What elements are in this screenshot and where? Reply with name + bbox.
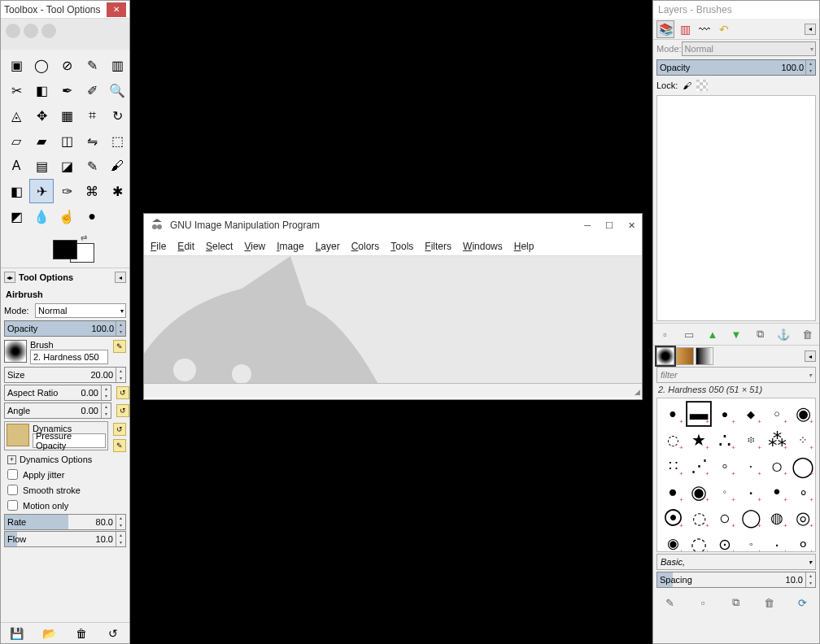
fuzzy-select-icon[interactable]: ✎ bbox=[80, 53, 104, 77]
rect-select-icon[interactable]: ▣ bbox=[4, 53, 28, 77]
refresh-brushes-icon[interactable]: ⟳ bbox=[796, 595, 810, 610]
brush-grid[interactable]: •+▬+●+◆+○+◉+◌+★+∴+፨+⁂+⁘+∷+⋰+◦+·+○+◯+●+◉+… bbox=[656, 398, 816, 552]
canvas-area[interactable] bbox=[144, 256, 642, 383]
brush-filter-input[interactable]: filter▾ bbox=[656, 367, 816, 383]
patterns-tab-icon[interactable] bbox=[676, 347, 694, 365]
opacity-spinner[interactable]: ▴▾ bbox=[116, 321, 125, 336]
brush-item[interactable]: ∴+ bbox=[713, 428, 737, 452]
flip-icon[interactable]: ⇋ bbox=[80, 128, 104, 153]
brush-item[interactable]: ○+ bbox=[713, 506, 737, 530]
brush-item[interactable]: ◉+ bbox=[791, 402, 815, 426]
brush-item[interactable]: ·+ bbox=[765, 532, 789, 552]
brush-item[interactable]: ⊙+ bbox=[713, 532, 737, 552]
new-brush-button-icon[interactable]: ▫ bbox=[696, 595, 710, 610]
crop-icon[interactable]: ⌗ bbox=[80, 103, 104, 128]
edit-brush-icon[interactable]: ✎ bbox=[113, 340, 126, 353]
maximize-button[interactable]: ☐ bbox=[605, 220, 613, 231]
scale-icon[interactable]: ▱ bbox=[4, 128, 28, 153]
blend-icon[interactable]: ◪ bbox=[55, 154, 79, 178]
zoom-icon[interactable]: 🔍 bbox=[105, 78, 129, 102]
brush-item[interactable]: ★+ bbox=[687, 428, 711, 452]
ellipse-select-icon[interactable]: ◯ bbox=[29, 53, 54, 77]
delete-layer-icon[interactable]: 🗑 bbox=[800, 327, 814, 342]
toolbox-titlebar[interactable]: Toolbox - Tool Options ✕ bbox=[1, 1, 129, 19]
paths-tab-icon[interactable]: 〰 bbox=[696, 20, 713, 38]
brushes-configure-icon[interactable]: ◂ bbox=[805, 350, 816, 362]
brush-item[interactable]: ◦+ bbox=[739, 532, 763, 552]
perspective-clone-icon[interactable]: ◩ bbox=[4, 204, 28, 228]
rotate-icon[interactable]: ↻ bbox=[105, 103, 129, 128]
reset-size-icon[interactable]: ↺ bbox=[116, 386, 129, 399]
blur-icon[interactable]: 💧 bbox=[29, 204, 54, 228]
brush-item[interactable]: ∘+ bbox=[791, 480, 815, 504]
apply-jitter-checkbox[interactable] bbox=[7, 469, 18, 480]
menu-layer[interactable]: Layer bbox=[316, 241, 340, 252]
layer-mode-select[interactable]: Normal▾ bbox=[682, 41, 816, 56]
menu-colors[interactable]: Colors bbox=[351, 241, 380, 252]
gradients-tab-icon[interactable] bbox=[696, 347, 713, 365]
bucket-icon[interactable]: ▤ bbox=[29, 154, 54, 178]
brush-item[interactable]: ●+ bbox=[713, 402, 737, 426]
brushes-tab-icon[interactable] bbox=[656, 347, 674, 365]
lock-alpha-icon[interactable] bbox=[696, 80, 708, 91]
edit-dynamics-icon[interactable]: ✎ bbox=[113, 439, 126, 452]
brush-item[interactable]: ⁂+ bbox=[765, 428, 789, 452]
measure-icon[interactable]: ◬ bbox=[4, 103, 28, 128]
brush-item[interactable]: ∷+ bbox=[661, 454, 685, 478]
brush-item[interactable]: ◌+ bbox=[661, 428, 685, 452]
dynamics-preview-icon[interactable] bbox=[7, 424, 29, 446]
brush-item[interactable]: •+ bbox=[765, 480, 789, 504]
text-icon[interactable]: A bbox=[4, 154, 28, 178]
size-input[interactable]: Size 20.00 ▴▾ bbox=[4, 367, 126, 383]
menu-view[interactable]: View bbox=[244, 241, 265, 252]
duplicate-layer-icon[interactable]: ⧉ bbox=[752, 327, 767, 342]
brush-item[interactable]: ⋰+ bbox=[687, 454, 711, 478]
dynamics-options-expander[interactable]: +Dynamics Options bbox=[1, 452, 129, 467]
brush-item[interactable]: ◌+ bbox=[687, 506, 711, 530]
swap-colors-icon[interactable]: ⇄ bbox=[81, 233, 87, 242]
ink-icon[interactable]: ✑ bbox=[55, 179, 79, 203]
spacing-input[interactable]: Spacing 10.0 ▴▾ bbox=[656, 572, 816, 588]
brush-item[interactable]: ◦+ bbox=[713, 480, 737, 504]
restore-options-icon[interactable]: 📂 bbox=[41, 626, 56, 641]
delete-brush-icon[interactable]: 🗑 bbox=[762, 595, 777, 610]
brush-item[interactable]: ●+ bbox=[661, 480, 685, 504]
color-select-icon[interactable]: ▥ bbox=[105, 53, 129, 77]
channels-tab-icon[interactable]: ▥ bbox=[676, 20, 694, 38]
paths-icon[interactable]: ✒ bbox=[55, 78, 79, 102]
brush-item[interactable]: ⦿+ bbox=[661, 506, 685, 530]
raise-layer-icon[interactable]: ▲ bbox=[705, 327, 720, 342]
brush-name-box[interactable]: 2. Hardness 050 bbox=[30, 350, 108, 364]
layer-opacity-slider[interactable]: Opacity 100.0 ▴▾ bbox=[656, 59, 816, 76]
menu-select[interactable]: Select bbox=[206, 241, 233, 252]
menu-file[interactable]: File bbox=[150, 241, 166, 252]
delete-options-icon[interactable]: 🗑 bbox=[74, 626, 89, 641]
reset-aspect-icon[interactable]: ↺ bbox=[116, 404, 129, 417]
motion-only-checkbox[interactable] bbox=[7, 500, 18, 511]
menu-edit[interactable]: Edit bbox=[177, 241, 194, 252]
resize-grip-icon[interactable]: ◢ bbox=[635, 388, 640, 396]
brush-item[interactable]: ·+ bbox=[739, 480, 763, 504]
brush-item[interactable]: ◆+ bbox=[739, 402, 763, 426]
close-window-button[interactable]: ✕ bbox=[628, 220, 635, 231]
brush-item[interactable]: ◌+ bbox=[687, 532, 711, 552]
brush-item[interactable]: ◯+ bbox=[791, 454, 815, 478]
anchor-layer-icon[interactable]: ⚓ bbox=[776, 327, 791, 342]
smudge-icon[interactable]: ☝ bbox=[55, 204, 79, 228]
fg-select-icon[interactable]: ◧ bbox=[29, 78, 54, 102]
smooth-stroke-checkbox[interactable] bbox=[7, 485, 18, 495]
free-select-icon[interactable]: ⊘ bbox=[55, 53, 79, 77]
save-options-icon[interactable]: 💾 bbox=[10, 626, 24, 641]
brush-category-select[interactable]: Basic,▾ bbox=[656, 554, 816, 570]
layer-group-icon[interactable]: ▭ bbox=[682, 327, 696, 342]
menu-windows[interactable]: Windows bbox=[463, 241, 503, 252]
angle-input[interactable]: Angle 0.00 ▴▾ bbox=[4, 402, 111, 419]
move-icon[interactable]: ✥ bbox=[29, 103, 54, 128]
brush-item[interactable]: ○+ bbox=[765, 402, 789, 426]
menu-filters[interactable]: Filters bbox=[425, 241, 451, 252]
reset-options-icon[interactable]: ↺ bbox=[106, 626, 120, 641]
foreground-color[interactable] bbox=[53, 240, 77, 259]
brush-item[interactable]: ◍+ bbox=[765, 506, 789, 530]
edit-brush-button-icon[interactable]: ✎ bbox=[662, 595, 677, 610]
minimize-button[interactable]: ─ bbox=[584, 220, 591, 231]
